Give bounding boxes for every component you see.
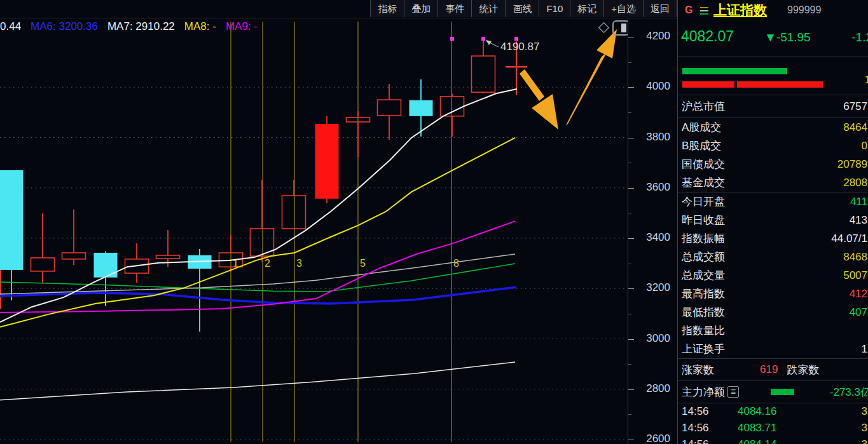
diamond-marker-icon[interactable] [599,23,609,33]
quote-panel: G 上证指数 999999 4082.07 ▼-51.95 -1.2 1 沪总市… [677,0,868,444]
y-axis-minor-tick [628,62,631,63]
time-sales-row[interactable]: 14:564084.163 [678,403,868,420]
y-axis-tick [628,238,634,239]
tick-qty: 3 [820,405,868,418]
stat-row: 总成交量5007 [678,266,868,285]
stat-row: 基金成交2808 [678,173,868,192]
stat-row: A股成交8464 [678,118,868,137]
green-ma [0,264,515,292]
stat-value: 20789 [837,158,867,171]
stat-value: 412 [850,288,867,300]
advancers-bar [708,68,787,74]
advancers-decliners-row: 涨家数 619 跌家数 [678,358,868,380]
stat-row: 最高指数412 [678,285,868,303]
stat-label: 指数振幅 [682,231,725,246]
stat-row: 总成交额8468 [678,248,868,266]
stat-row: 指数振幅44.07/1 [678,229,868,248]
y-axis-minor-tick [628,414,631,415]
tick-price: 4084.14 [738,438,820,444]
y-axis-label-3800: 3800 [628,131,670,144]
toolbar-button-4[interactable]: 画线 [505,0,539,17]
stat-row: 国债成交20789 [678,155,868,173]
toolbar-button-3[interactable]: 统计 [471,0,505,17]
decliners-label: 跌家数 [787,363,819,377]
stat-label: 最低指数 [682,305,725,320]
stat-label: 今日开盘 [682,194,725,209]
kline-mode-icon[interactable] [700,7,708,15]
stat-label: 上证换手 [682,342,725,356]
time-sales-list[interactable]: 14:564084.16314:564083.71314:564084.143 [678,403,868,444]
stat-row: 今日开盘411 [678,192,868,211]
stat-value: 1 [862,343,867,356]
toolbar-button-6[interactable]: 标记 [570,0,603,17]
up-arrow-annotation [566,53,607,125]
y-axis-tick [628,188,634,189]
count-label-2: 2 [265,258,270,269]
y-axis-label-3200: 3200 [628,281,670,294]
stat-row: 沪总市值6757 [678,95,868,118]
stat-label: 昨日收盘 [682,213,725,227]
y-axis-minor-tick [628,163,631,163]
y-axis-tick [628,440,634,440]
toolbar-button-7[interactable]: +自选 [603,0,643,17]
stat-value: 0 [862,140,867,152]
chart-toolbar: 指标叠加事件统计画线F10标记+自选返回 [0,0,677,18]
quote-header: G 上证指数 999999 4082.07 ▼-51.95 -1.2 [678,0,868,57]
count-label-5: 5 [360,258,366,269]
down-arrow-annotation [520,69,544,101]
y-axis-label-3400: 3400 [628,231,670,244]
stat-value: 8468 [843,251,867,264]
y-axis-tick [628,288,634,289]
time-sales-row[interactable]: 14:564084.143 [678,436,868,444]
stat-row: 最低指数407 [678,303,868,321]
time-sales-row[interactable]: 14:564083.713 [678,420,868,436]
index-name-link[interactable]: 上证指数 [713,1,767,19]
ma9-magenta [0,221,515,313]
ma-readout-bar: 0.44MA6: 3200.36MA7: 2910.22MA8: -MA9: - [0,20,258,34]
updown-distribution-bars: 1 [678,57,868,95]
y-axis-label-2600: 2600 [628,433,670,444]
toolbar-button-8[interactable]: 返回 [643,0,677,17]
main-flow-value: -273.3亿 [830,385,868,400]
price-line-white [0,89,517,322]
toolbar-button-0[interactable]: 指标 [370,0,404,17]
stat-label: 总成交额 [682,250,725,264]
y-axis-tick [628,138,634,138]
stat-label: 基金成交 [682,175,725,190]
y-axis-tick [628,339,634,340]
stat-row: 昨日收盘413 [678,211,868,229]
market-flag-g: G [685,4,692,16]
stat-value: 413 [850,214,867,227]
y-axis-tick [628,389,634,390]
stats-section-turnover: A股成交8464B股成交0国债成交20789基金成交2808 [678,118,868,192]
tick-time: 14:56 [678,438,738,444]
stat-value: 2808 [843,177,867,189]
main-flow-bar [771,389,794,395]
toolbar-button-2[interactable]: 事件 [437,0,471,17]
stat-value: 5007 [843,269,867,282]
decliners-bar [737,81,823,88]
detail-list-icon[interactable]: ≣ [727,386,739,398]
high-annotation-text: 4190.87 [500,41,539,53]
y-axis-minor-tick [628,264,631,264]
stat-row: 指数量比 [678,321,868,340]
price-axis: 420040003800360034003200300028002600 [628,18,678,444]
toolbar-button-1[interactable]: 叠加 [404,0,437,17]
y-axis-label-4000: 4000 [628,80,670,93]
stat-value: 6757 [843,100,867,113]
tick-time: 14:56 [678,405,738,418]
tick-qty: 3 [820,438,868,444]
kline-chart-canvas[interactable]: 123584190.87 [0,18,628,444]
stat-value: 407 [850,306,867,319]
price-change: ▼-51.95 [764,30,811,44]
stat-label: 最高指数 [682,286,725,301]
ma6-blue [0,287,516,304]
stat-label: B股成交 [682,138,721,153]
toolbar-button-5[interactable]: F10 [539,0,570,17]
last-price: 4082.07 [681,28,734,45]
y-axis-label-2800: 2800 [628,382,670,395]
stat-label: 指数量比 [682,323,725,338]
ma-readout-0: 0.44 [0,20,21,34]
y-axis-minor-tick [628,112,631,113]
y-axis-tick [628,87,634,88]
